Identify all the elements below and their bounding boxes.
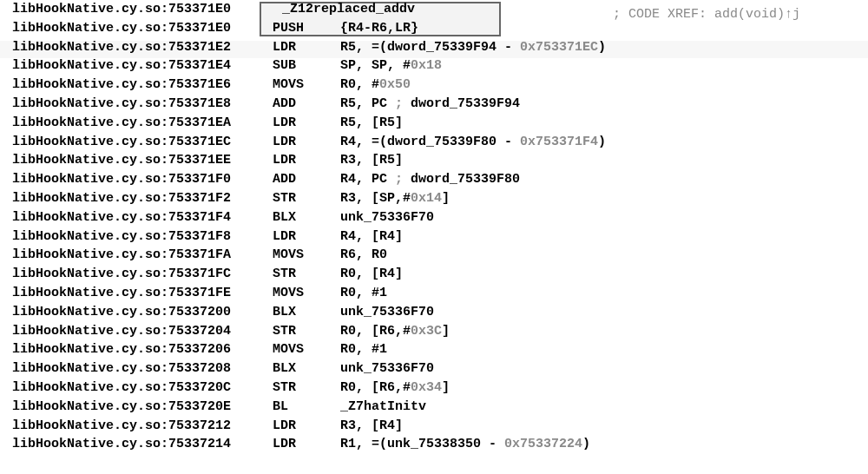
operands: unk_75336F70 (340, 208, 434, 227)
disasm-row: libHookNative.cy.so:75337208BLXunk_75336… (12, 359, 856, 379)
code-xref: ; CODE XREF: add(void)↑j (613, 5, 800, 24)
location: libHookNative.cy.so:753371E6 (12, 76, 273, 95)
mnemonic: LDR (273, 38, 340, 57)
location: libHookNative.cy.so:753371F8 (12, 227, 273, 247)
mnemonic: LDR (273, 151, 340, 170)
location: libHookNative.cy.so:753371F2 (12, 189, 273, 208)
location: libHookNative.cy.so:7533720C (12, 379, 273, 398)
xref-text: ; CODE XREF: add(void)↑j (613, 7, 800, 22)
disasm-row: libHookNative.cy.so:753371E6MOVSR0, #0x5… (12, 76, 856, 95)
operands: R3, [SP,#0x14] (340, 189, 450, 208)
disasm-row: libHookNative.cy.so:753371ECLDRR4, =(dwo… (12, 133, 856, 152)
mnemonic: STR (273, 189, 340, 208)
disasm-row: libHookNative.cy.so:75337204STRR0, [R6,#… (12, 322, 856, 341)
operands: unk_75336F70 (340, 303, 434, 322)
mnemonic: LDR (273, 133, 340, 152)
location: libHookNative.cy.so:753371FA (12, 246, 273, 265)
mnemonic: LDR (273, 417, 340, 436)
operands: R1, =(unk_75338350 - 0x75337224) (340, 435, 590, 454)
disasm-row: libHookNative.cy.so:75337200BLXunk_75336… (12, 303, 856, 322)
location: libHookNative.cy.so:75337200 (12, 303, 273, 322)
operands: R0, [R4] (340, 265, 403, 284)
location: libHookNative.cy.so:753371EE (12, 151, 273, 170)
mnemonic: STR (273, 322, 340, 341)
operands: R4, [R4] (340, 227, 403, 247)
operands: R0, #1 (340, 340, 387, 359)
disasm-row: libHookNative.cy.so:753371EALDRR5, [R5] (12, 114, 856, 133)
location: libHookNative.cy.so:75337204 (12, 322, 273, 341)
location: libHookNative.cy.so:753371FC (12, 265, 273, 284)
operands: {R4-R6,LR} (340, 19, 418, 38)
location: libHookNative.cy.so:753371EC (12, 133, 273, 152)
disasm-row: libHookNative.cy.so:7533720EBL_Z7hatInit… (12, 398, 856, 417)
location: libHookNative.cy.so:75337214 (12, 435, 273, 454)
operands: R3, [R5] (340, 151, 403, 170)
location: libHookNative.cy.so:753371E4 (12, 56, 273, 76)
location: libHookNative.cy.so:753371F0 (12, 170, 273, 189)
mnemonic: BLX (273, 208, 340, 227)
operands: R0, #1 (340, 284, 387, 303)
mnemonic: SUB (273, 56, 340, 76)
mnemonic: BL (273, 398, 340, 417)
mnemonic: STR (273, 265, 340, 284)
location: libHookNative.cy.so:753371E0 (12, 0, 273, 19)
operands: R0, [R6,#0x3C] (340, 322, 450, 341)
operands: R5, [R5] (340, 114, 403, 133)
location: libHookNative.cy.so:75337212 (12, 417, 273, 436)
location: libHookNative.cy.so:753371E8 (12, 95, 273, 114)
disasm-row: libHookNative.cy.so:753371E8ADDR5, PC ; … (12, 95, 856, 114)
disasm-row: libHookNative.cy.so:753371EELDRR3, [R5] (12, 151, 856, 170)
operands: R4, PC ; dword_75339F80 (340, 170, 520, 189)
mnemonic: BLX (273, 303, 340, 322)
location: libHookNative.cy.so:753371E2 (12, 38, 273, 57)
mnemonic: PUSH (273, 19, 340, 38)
operands: R4, =(dword_75339F80 - 0x753371F4) (340, 133, 606, 152)
disasm-row: libHookNative.cy.so:753371F8LDRR4, [R4] (12, 227, 856, 247)
operands: _Z7hatInitv (340, 398, 426, 417)
operands: R6, R0 (340, 246, 387, 265)
disassembly-listing: libHookNative.cy.so:753371ElibHookNative… (12, 0, 856, 454)
disasm-row: libHookNative.cy.so:75337214LDRR1, =(unk… (12, 435, 856, 454)
mnemonic: ADD (273, 170, 340, 189)
mnemonic: MOVS (273, 284, 340, 303)
mnemonic: ADD (273, 95, 340, 114)
disasm-row: libHookNative.cy.so:753371F2STRR3, [SP,#… (12, 189, 856, 208)
mnemonic: LDR (273, 435, 340, 454)
location: libHookNative.cy.so:753371FE (12, 284, 273, 303)
mnemonic: MOVS (273, 340, 340, 359)
disasm-row: libHookNative.cy.so:753371F4BLXunk_75336… (12, 208, 856, 227)
operands: R5, =(dword_75339F94 - 0x753371EC) (340, 38, 606, 57)
location: libHookNative.cy.so:753371EA (12, 114, 273, 133)
operands: R0, #0x50 (340, 76, 411, 95)
operands: R5, PC ; dword_75339F94 (340, 95, 520, 114)
mnemonic: STR (273, 379, 340, 398)
location: libHookNative.cy.so:7533720E (12, 398, 273, 417)
disasm-row: libHookNative.cy.so:753371E2LDRR5, =(dwo… (12, 38, 856, 57)
operands: R0, [R6,#0x34] (340, 379, 450, 398)
location: libHookNative.cy.so:75337206 (12, 340, 273, 359)
mnemonic: MOVS (273, 76, 340, 95)
disasm-row: libHookNative.cy.so:75337212LDRR3, [R4] (12, 417, 856, 436)
disasm-row: libHookNative.cy.so:753371F0ADDR4, PC ; … (12, 170, 856, 189)
mnemonic: LDR (273, 227, 340, 247)
disasm-row: libHookNative.cy.so:753371FEMOVSR0, #1 (12, 284, 856, 303)
disasm-row: libHookNative.cy.so:753371E4SUBSP, SP, #… (12, 56, 856, 76)
location: libHookNative.cy.so:75337208 (12, 359, 273, 379)
operands: unk_75336F70 (340, 359, 434, 379)
disasm-row: libHookNative.cy.so:7533720CSTRR0, [R6,#… (12, 379, 856, 398)
location: libHookNative.cy.so:753371F4 (12, 208, 273, 227)
symbol-label: _Z12replaced_addv (274, 0, 415, 19)
mnemonic: LDR (273, 114, 340, 133)
location: libHookNative.cy.so:753371E0 (12, 19, 273, 38)
mnemonic: MOVS (273, 246, 340, 265)
disasm-row: libHookNative.cy.so:753371FCSTRR0, [R4] (12, 265, 856, 284)
operands: SP, SP, #0x18 (340, 56, 442, 76)
disasm-row: libHookNative.cy.so:753371FAMOVSR6, R0 (12, 246, 856, 265)
mnemonic: BLX (273, 359, 340, 379)
disasm-row: libHookNative.cy.so:75337206MOVSR0, #1 (12, 340, 856, 359)
operands: R3, [R4] (340, 417, 403, 436)
